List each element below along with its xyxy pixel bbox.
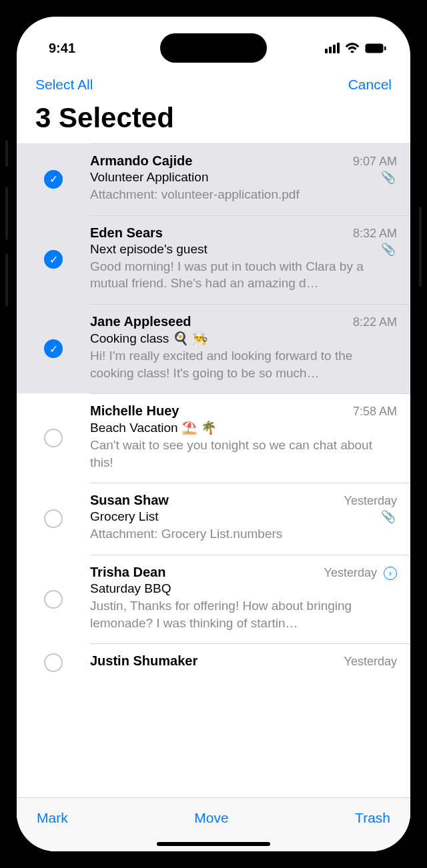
sender-name: Susan Shaw [90, 493, 169, 508]
selection-checkbox[interactable] [17, 393, 90, 483]
trash-button[interactable]: Trash [355, 810, 390, 826]
sender-name: Michelle Huey [90, 403, 179, 419]
status-time: 9:41 [49, 41, 75, 56]
mail-row[interactable]: ✓Eden Sears8:32 AMNext episode's guest📎G… [17, 215, 410, 304]
mail-preview: Attachment: volunteer-application.pdf [90, 186, 397, 203]
screen: 9:41 Select All Cancel 3 Selected ✓Arman… [17, 17, 410, 851]
mail-row[interactable]: Justin ShumakerYesterday [17, 643, 410, 682]
mail-content[interactable]: Armando Cajide9:07 AMVolunteer Applicati… [90, 143, 410, 215]
mail-time: Yesterday [344, 494, 397, 508]
mail-row[interactable]: Michelle Huey7:58 AMBeach Vacation ⛱️ 🌴C… [17, 393, 410, 483]
mail-time: 7:58 AM [353, 405, 397, 419]
select-all-button[interactable]: Select All [35, 77, 93, 93]
sender-name: Justin Shumaker [90, 653, 197, 669]
checkmark-icon: ✓ [49, 253, 58, 266]
move-button[interactable]: Move [194, 810, 228, 826]
mail-row[interactable]: Susan ShawYesterdayGrocery List📎Attachme… [17, 483, 410, 555]
mail-preview: Justin, Thanks for offering! How about b… [90, 597, 397, 631]
mail-subject: Beach Vacation ⛱️ 🌴 [90, 420, 217, 435]
phone-frame: 9:41 Select All Cancel 3 Selected ✓Arman… [7, 7, 420, 861]
checkmark-icon: ✓ [49, 173, 58, 185]
svg-rect-1 [384, 46, 386, 50]
mail-time: 8:22 AM [353, 315, 397, 329]
selection-checkbox[interactable]: ✓ [17, 143, 90, 215]
wifi-icon [345, 43, 360, 53]
mail-subject: Next episode's guest [90, 242, 207, 257]
status-indicators [325, 43, 386, 53]
mail-subject: Grocery List [90, 509, 158, 524]
battery-icon [365, 43, 386, 53]
paperclip-icon: 📎 [381, 509, 397, 524]
mail-preview: Attachment: Grocery List.numbers [90, 525, 397, 543]
sender-name: Jane Appleseed [90, 314, 191, 329]
mail-row[interactable]: ✓Armando Cajide9:07 AMVolunteer Applicat… [17, 143, 410, 215]
sender-name: Armando Cajide [90, 153, 192, 169]
mail-time: 9:07 AM [353, 155, 397, 169]
mail-time: Yesterday [344, 655, 397, 669]
mail-row[interactable]: ✓Jane Appleseed8:22 AMCooking class 🍳 👨‍… [17, 304, 410, 393]
selection-checkbox[interactable] [17, 483, 90, 555]
mail-time: Yesterday› [324, 566, 397, 580]
mail-time: 8:32 AM [353, 227, 397, 241]
page-title: 3 Selected [17, 95, 410, 143]
selection-checkbox[interactable] [17, 643, 90, 682]
mail-list[interactable]: ✓Armando Cajide9:07 AMVolunteer Applicat… [17, 143, 410, 797]
nav-bar: Select All Cancel [17, 67, 410, 95]
selection-checkbox[interactable] [17, 555, 90, 643]
mail-preview: Hi! I'm really excited and looking forwa… [90, 347, 397, 381]
mail-preview: Good morning! I was put in touch with Cl… [90, 258, 397, 292]
selection-checkbox[interactable]: ✓ [17, 215, 90, 304]
mail-content[interactable]: Susan ShawYesterdayGrocery List📎Attachme… [90, 483, 410, 555]
mark-button[interactable]: Mark [37, 810, 68, 826]
bottom-area: Mark Move Trash [17, 797, 410, 851]
mail-content[interactable]: Justin ShumakerYesterday [90, 643, 410, 682]
mail-content[interactable]: Jane Appleseed8:22 AMCooking class 🍳 👨‍🍳… [90, 304, 410, 393]
home-indicator[interactable] [157, 842, 270, 846]
mail-subject: Saturday BBQ [90, 581, 171, 596]
sender-name: Eden Sears [90, 225, 163, 241]
mail-subject: Volunteer Application [90, 170, 208, 185]
cellular-signal-icon [325, 43, 340, 53]
mail-content[interactable]: Trisha DeanYesterday›Saturday BBQJustin,… [90, 555, 410, 643]
paperclip-icon: 📎 [381, 170, 397, 185]
mail-content[interactable]: Eden Sears8:32 AMNext episode's guest📎Go… [90, 215, 410, 304]
mail-content[interactable]: Michelle Huey7:58 AMBeach Vacation ⛱️ 🌴C… [90, 393, 410, 483]
mail-subject: Cooking class 🍳 👨‍🍳 [90, 331, 208, 346]
disclosure-icon[interactable]: › [384, 567, 397, 580]
mail-preview: Can't wait to see you tonight so we can … [90, 437, 397, 471]
dynamic-island [160, 33, 267, 63]
mail-row[interactable]: Trisha DeanYesterday›Saturday BBQJustin,… [17, 555, 410, 643]
toolbar: Mark Move Trash [17, 797, 410, 834]
checkmark-icon: ✓ [49, 343, 58, 355]
paperclip-icon: 📎 [381, 242, 397, 257]
svg-rect-0 [366, 43, 384, 53]
selection-checkbox[interactable]: ✓ [17, 304, 90, 393]
cancel-button[interactable]: Cancel [348, 77, 392, 93]
sender-name: Trisha Dean [90, 565, 165, 580]
